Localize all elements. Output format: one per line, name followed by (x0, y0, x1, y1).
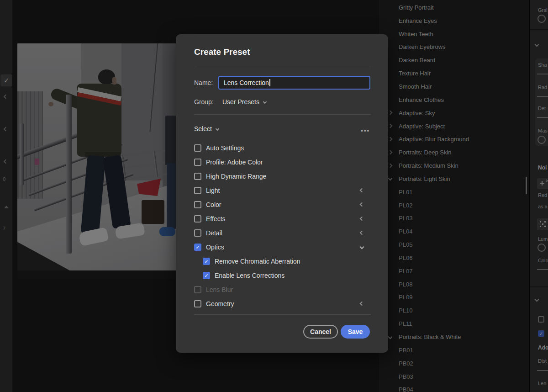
row-chevron-icon[interactable] (360, 302, 364, 306)
setting-label: Color (206, 201, 221, 208)
setting-row[interactable]: High Dynamic Range (194, 169, 370, 183)
cancel-button[interactable]: Cancel (303, 325, 338, 339)
setting-row[interactable]: Geometry (194, 297, 370, 311)
setting-label: Effects (206, 215, 226, 222)
row-chevron-icon[interactable] (360, 202, 364, 207)
more-options-icon[interactable]: ••• (361, 127, 370, 134)
row-chevron-icon[interactable] (360, 217, 364, 221)
setting-row[interactable]: ✓ Optics (194, 240, 370, 254)
checkbox[interactable] (194, 286, 201, 293)
save-button[interactable]: Save (341, 325, 370, 339)
setting-label: Remove Chromatic Aberration (215, 258, 300, 265)
setting-row[interactable]: Light (194, 183, 370, 197)
setting-label: Optics (206, 244, 224, 251)
preset-name-value: Lens Correction (224, 79, 269, 86)
preset-name-input[interactable]: Lens Correction (218, 76, 370, 90)
checkbox[interactable] (194, 144, 201, 152)
setting-row[interactable]: Lens Blur (194, 282, 370, 297)
checkbox[interactable] (194, 173, 201, 180)
setting-row[interactable]: Profile: Adobe Color (194, 155, 370, 169)
lightroom-window: ✓ 0 7 (0, 0, 548, 392)
setting-row[interactable]: ✓ Enable Lens Corrections (194, 268, 370, 282)
divider (194, 314, 371, 315)
setting-label: Geometry (206, 300, 234, 307)
setting-row[interactable]: Auto Settings (194, 141, 370, 155)
divider (194, 114, 371, 115)
setting-row[interactable]: Effects (194, 212, 370, 226)
row-chevron-icon[interactable] (360, 245, 364, 249)
dialog-buttons: Cancel Save (303, 325, 370, 339)
setting-row[interactable]: Color (194, 197, 370, 212)
checkbox[interactable] (194, 215, 201, 222)
checkbox[interactable] (194, 187, 201, 194)
create-preset-dialog: Create Preset Name: Lens Correction Grou… (176, 34, 388, 353)
settings-checkbox-list: Auto Settings Profile: Adobe Color High … (194, 141, 370, 311)
checkbox[interactable]: ✓ (203, 272, 210, 279)
dialog-title: Create Preset (194, 47, 250, 57)
checkbox[interactable]: ✓ (194, 244, 201, 251)
setting-label: Auto Settings (206, 144, 244, 152)
checkbox[interactable] (194, 201, 201, 208)
setting-label: Lens Blur (206, 286, 233, 293)
row-chevron-icon[interactable] (360, 231, 364, 235)
setting-label: Light (206, 187, 220, 194)
setting-row[interactable]: ✓ Remove Chromatic Aberration (194, 254, 370, 268)
name-label: Name: (194, 79, 213, 86)
setting-label: Profile: Adobe Color (206, 159, 263, 166)
chevron-down-icon (216, 127, 219, 131)
row-chevron-icon[interactable] (360, 188, 364, 193)
checkbox[interactable] (194, 159, 201, 166)
group-dropdown[interactable]: User Presets (222, 98, 266, 106)
group-label: Group: (194, 98, 214, 106)
divider (194, 67, 371, 67)
setting-label: Detail (206, 229, 222, 237)
setting-label: High Dynamic Range (206, 173, 266, 180)
text-cursor (269, 79, 270, 86)
checkbox[interactable] (194, 300, 201, 307)
checkbox[interactable] (194, 229, 201, 237)
select-dropdown[interactable]: Select (194, 125, 219, 132)
setting-label: Enable Lens Corrections (215, 272, 285, 279)
checkbox[interactable]: ✓ (203, 258, 210, 265)
setting-row[interactable]: Detail (194, 226, 370, 240)
chevron-down-icon (263, 100, 267, 104)
